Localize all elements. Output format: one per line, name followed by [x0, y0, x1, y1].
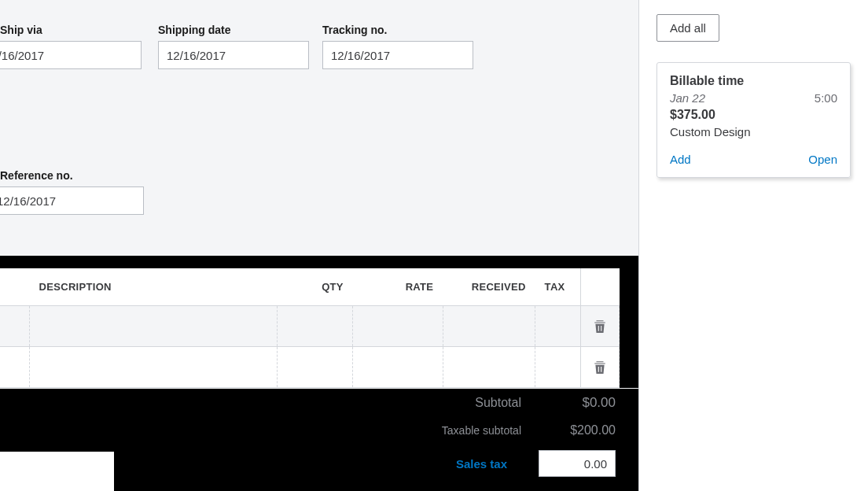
- card-open-link[interactable]: Open: [808, 153, 837, 166]
- billable-time-card: Billable time Jan 22 5:00 $375.00 Custom…: [657, 62, 851, 178]
- subtotal-label: Subtotal: [475, 396, 521, 410]
- card-amount: $375.00: [670, 108, 837, 122]
- table-top-bar: [0, 256, 638, 268]
- ship-via-field: Ship via: [0, 24, 142, 69]
- shipping-date-input[interactable]: [158, 41, 309, 69]
- col-rate-header: RATE: [353, 268, 443, 306]
- card-add-link[interactable]: Add: [670, 153, 691, 166]
- ship-via-input[interactable]: [0, 41, 142, 69]
- ship-via-label: Ship via: [0, 24, 142, 36]
- col-tax-header: TAX: [535, 268, 581, 306]
- totals-section: Subtotal $0.00 Taxable subtotal $200.00 …: [114, 389, 627, 483]
- trash-icon: [594, 360, 606, 375]
- col-blank-header: [0, 268, 30, 306]
- card-duration: 5:00: [815, 91, 837, 105]
- suggestions-sidebar: Add all Billable time Jan 22 5:00 $375.0…: [638, 0, 868, 491]
- shipping-date-field: Shipping date: [158, 24, 309, 69]
- bottom-left-panel: [0, 452, 114, 491]
- reference-no-label: Reference no.: [0, 169, 144, 182]
- col-qty-header: QTY: [277, 268, 353, 306]
- col-description-header: DESCRIPTION: [30, 268, 277, 306]
- card-date: Jan 22: [670, 91, 705, 105]
- trash-icon: [594, 319, 606, 334]
- add-all-button[interactable]: Add all: [657, 14, 719, 42]
- table-row[interactable]: [0, 347, 638, 388]
- subtotal-value: $0.00: [553, 395, 616, 411]
- col-delete-header: [580, 268, 620, 306]
- card-title: Billable time: [670, 74, 837, 88]
- taxable-subtotal-value: $200.00: [553, 423, 616, 437]
- sales-tax-input[interactable]: [539, 450, 616, 477]
- card-description: Custom Design: [670, 125, 837, 138]
- col-end-header: [620, 268, 638, 306]
- reference-no-field: Reference no.: [0, 169, 144, 215]
- delete-row-button[interactable]: [587, 347, 613, 387]
- line-items-table: DESCRIPTION QTY RATE RECEIVED TAX: [0, 268, 638, 388]
- reference-no-input[interactable]: [0, 186, 144, 215]
- taxable-subtotal-label: Taxable subtotal: [442, 424, 521, 437]
- tracking-no-input[interactable]: [322, 41, 473, 69]
- delete-row-button[interactable]: [587, 306, 613, 346]
- sales-tax-link[interactable]: Sales tax: [456, 457, 507, 471]
- tracking-no-label: Tracking no.: [322, 24, 473, 36]
- col-received-header: RECEIVED: [443, 268, 535, 306]
- table-row[interactable]: [0, 306, 638, 347]
- tracking-no-field: Tracking no.: [322, 24, 473, 69]
- shipping-date-label: Shipping date: [158, 24, 309, 36]
